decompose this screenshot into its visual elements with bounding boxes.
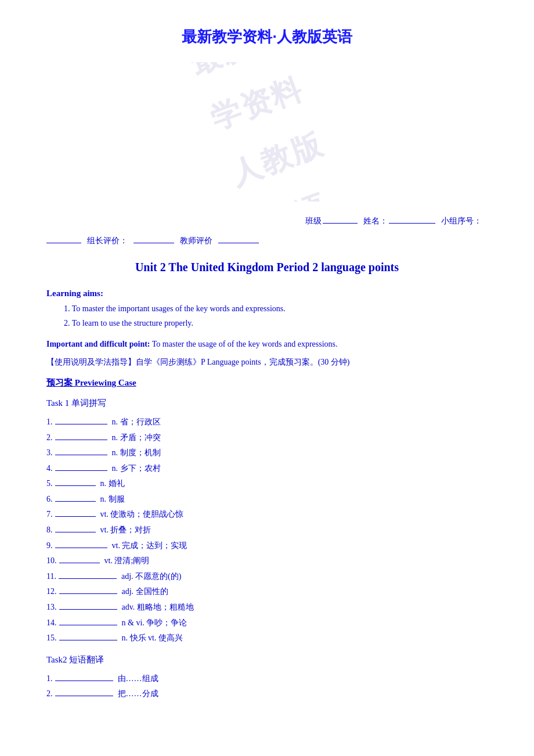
- phrase-num: 2.: [46, 686, 53, 702]
- vocab-item-1: 1. n. 省；行政区: [46, 415, 488, 430]
- phrase-num: 1.: [46, 671, 53, 687]
- vocab-item-14: 14. n & vi. 争吵；争论: [46, 615, 488, 631]
- preview-case-title: 预习案 Previewing Case: [46, 375, 488, 391]
- task2-section: Task2 短语翻译 1. 由……组成 2. 把……分成: [46, 652, 488, 702]
- vocab-item-15: 15. n. 快乐 vt. 使高兴: [46, 631, 488, 646]
- item-num: 2.: [46, 430, 53, 446]
- vocab-item-3: 3. n. 制度；机制: [46, 445, 488, 461]
- vocab-item-8: 8. vt. 折叠；对折: [46, 523, 488, 538]
- teacher-eval-input[interactable]: [218, 233, 259, 243]
- vocab-item-10: 10. vt. 澄清;阐明: [46, 553, 488, 569]
- blank-9[interactable]: [55, 539, 107, 548]
- item-num: 1.: [46, 415, 53, 430]
- item-num: 8.: [46, 523, 53, 538]
- vocab-item-9: 9. vt. 完成；达到；实现: [46, 538, 488, 554]
- item-def: n. 制服: [100, 492, 125, 507]
- page-title: 最新教学资料·人教版英语: [46, 23, 488, 51]
- item-def: adj. 全国性的: [122, 584, 168, 600]
- item-def: n & vi. 争吵；争论: [122, 615, 187, 631]
- item-def: n. 乡下；农村: [112, 461, 161, 477]
- item-def: n. 制度；机制: [112, 445, 161, 461]
- phrase-item-2: 2. 把……分成: [46, 686, 488, 702]
- vocab-item-13: 13. adv. 粗略地；粗糙地: [46, 600, 488, 615]
- unit-title: Unit 2 The United Kingdom Period 2 langu…: [46, 257, 488, 278]
- item-num: 6.: [46, 492, 53, 507]
- watermark-area: 最新教 学资料 人教版 英语: [174, 62, 360, 201]
- vocab-item-6: 6. n. 制服: [46, 492, 488, 507]
- blank-14[interactable]: [59, 616, 117, 625]
- item-num: 3.: [46, 445, 53, 461]
- important-label: Important and difficult point:: [46, 340, 150, 348]
- blank-8[interactable]: [55, 523, 96, 532]
- item-num: 5.: [46, 476, 53, 492]
- learning-aims: Learning aims: 1. To master the importan…: [46, 286, 488, 330]
- blank-1[interactable]: [55, 415, 107, 424]
- vocab-item-7: 7. vt. 使激动；使胆战心惊: [46, 507, 488, 523]
- blank-6[interactable]: [55, 492, 96, 502]
- phrase-blank-2[interactable]: [55, 687, 113, 696]
- phrase-def: 把……分成: [118, 686, 158, 702]
- blank-2[interactable]: [55, 431, 107, 440]
- leader-eval-label: 组长评价：: [87, 233, 128, 248]
- aims-title: Learning aims:: [46, 286, 488, 301]
- eval-row: 组长评价： 教师评价: [46, 233, 488, 248]
- item-def: n. 省；行政区: [112, 415, 161, 430]
- item-def: adj. 不愿意的(的): [121, 569, 181, 585]
- item-num: 15.: [46, 631, 57, 646]
- blank-13[interactable]: [59, 600, 117, 610]
- vocab-item-5: 5. n. 婚礼: [46, 476, 488, 492]
- item-def: vt. 折叠；对折: [100, 523, 151, 538]
- vocab-item-12: 12. adj. 全国性的: [46, 584, 488, 600]
- name-label: 姓名：: [363, 214, 388, 228]
- info-row: 班级 姓名： 小组序号：: [46, 213, 488, 228]
- blank-7[interactable]: [55, 507, 96, 517]
- item-num: 4.: [46, 461, 53, 477]
- item-num: 11.: [46, 569, 56, 585]
- item-num: 7.: [46, 507, 53, 523]
- item-def: n. 矛盾；冲突: [112, 430, 161, 446]
- group-label: 小组序号：: [441, 214, 482, 228]
- blank-4[interactable]: [55, 462, 107, 471]
- class-field: 班级: [305, 213, 358, 228]
- eval-prefix-blank[interactable]: [46, 233, 81, 243]
- item-def: vt. 使激动；使胆战心惊: [100, 507, 184, 523]
- vocab-item-11: 11. adj. 不愿意的(的): [46, 569, 488, 585]
- leader-eval-input[interactable]: [134, 233, 174, 243]
- item-def: vt. 澄清;阐明: [104, 553, 150, 569]
- item-def: n. 婚礼: [100, 476, 125, 492]
- task1-list: 1. n. 省；行政区 2. n. 矛盾；冲突 3. n. 制度；机制 4. n…: [46, 415, 488, 646]
- class-input[interactable]: [323, 213, 358, 224]
- task2-title: Task2 短语翻译: [46, 652, 488, 668]
- blank-11[interactable]: [59, 570, 117, 579]
- group-field: 小组序号：: [441, 214, 482, 228]
- phrase-blank-1[interactable]: [55, 672, 113, 681]
- blank-10[interactable]: [59, 554, 100, 563]
- item-def: vt. 完成；达到；实现: [112, 538, 187, 554]
- aim-item-1: 1. To master the important usages of the…: [64, 301, 488, 316]
- item-num: 14.: [46, 615, 57, 631]
- aim-item-2: 2. To learn to use the structure properl…: [64, 316, 488, 330]
- item-def: n. 快乐 vt. 使高兴: [122, 631, 183, 646]
- phrase-item-1: 1. 由……组成: [46, 671, 488, 687]
- name-field: 姓名：: [363, 213, 435, 228]
- item-num: 13.: [46, 600, 57, 615]
- teacher-eval-label: 教师评价: [180, 233, 212, 248]
- item-def: adv. 粗略地；粗糙地: [122, 600, 194, 615]
- blank-3[interactable]: [55, 446, 107, 455]
- item-num: 12.: [46, 584, 57, 600]
- vocab-item-4: 4. n. 乡下；农村: [46, 461, 488, 477]
- item-num: 10.: [46, 553, 57, 569]
- instruction-row: 【使用说明及学法指导】自学《同步测练》P Language points，完成预…: [46, 355, 488, 369]
- item-num: 9.: [46, 538, 53, 554]
- blank-12[interactable]: [59, 585, 117, 594]
- task1-title: Task 1 单词拼写: [46, 395, 488, 411]
- important-text: To master the usage of of the key words …: [152, 340, 338, 348]
- blank-15[interactable]: [59, 631, 117, 640]
- important-point: Important and difficult point: To master…: [46, 337, 488, 351]
- phrase-def: 由……组成: [118, 671, 158, 687]
- blank-5[interactable]: [55, 477, 96, 486]
- name-input[interactable]: [389, 213, 435, 224]
- vocab-item-2: 2. n. 矛盾；冲突: [46, 430, 488, 446]
- class-label: 班级: [305, 214, 322, 228]
